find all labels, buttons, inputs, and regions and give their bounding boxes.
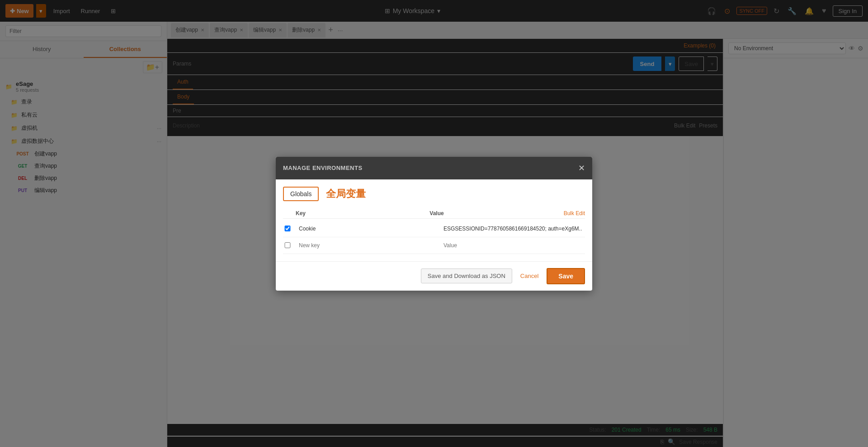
env-row-new [283, 237, 585, 254]
env-table: Key Value Bulk Edit [283, 208, 585, 254]
modal-overlay: MANAGE ENVIRONMENTS ✕ Globals 全局变量 Key V… [0, 0, 868, 447]
save-json-button[interactable]: Save and Download as JSON [421, 268, 512, 283]
col-key-header: Key [283, 210, 429, 216]
env-table-header: Key Value Bulk Edit [283, 208, 585, 219]
env-row-new-checkbox[interactable] [283, 242, 292, 248]
bulk-edit-link[interactable]: Bulk Edit [564, 210, 585, 216]
modal-close-button[interactable]: ✕ [578, 163, 585, 173]
modal-title: MANAGE ENVIRONMENTS [283, 165, 363, 171]
modal-footer: Save and Download as JSON Cancel Save [276, 261, 592, 291]
env-key-new[interactable] [296, 240, 440, 251]
globals-section: Globals 全局变量 [283, 187, 585, 201]
modal-save-button[interactable]: Save [547, 268, 585, 284]
env-row-cookie [283, 221, 585, 237]
manage-environments-modal: MANAGE ENVIRONMENTS ✕ Globals 全局变量 Key V… [276, 157, 592, 291]
cancel-button[interactable]: Cancel [517, 269, 542, 283]
env-row-checkbox[interactable] [283, 226, 292, 231]
env-value-cookie[interactable] [440, 223, 585, 234]
globals-title: 全局变量 [326, 187, 366, 201]
modal-header: MANAGE ENVIRONMENTS ✕ [276, 157, 592, 179]
env-key-cookie[interactable] [296, 223, 440, 234]
modal-body: Globals 全局变量 Key Value Bulk Edit [276, 179, 592, 261]
col-value-header: Value [429, 210, 563, 216]
env-value-new[interactable] [440, 240, 585, 251]
globals-button[interactable]: Globals [283, 187, 319, 201]
